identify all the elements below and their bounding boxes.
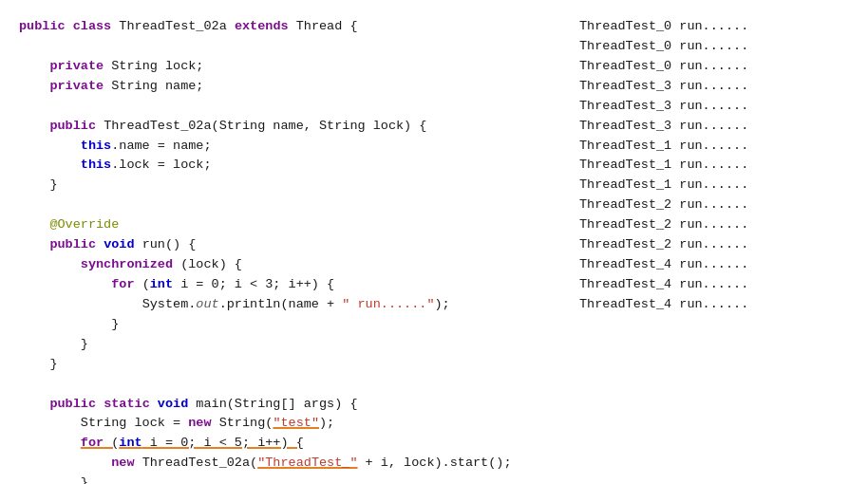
output-line: ThreadTest_0 run...... [579, 57, 849, 77]
code-line: System.out.println(name + " run......"); [19, 295, 551, 315]
code-line: } [19, 176, 551, 195]
code-line: public ThreadTest_02a(String name, Strin… [19, 117, 551, 137]
code-line: } [19, 355, 551, 375]
code-line: this.name = name; [19, 137, 551, 157]
code-line: @Override [19, 215, 551, 235]
output-line: ThreadTest_3 run...... [579, 117, 849, 137]
output-line: ThreadTest_4 run...... [579, 295, 849, 315]
code-line: for (int i = 0; i < 3; i++) { [19, 275, 551, 295]
output-line: ThreadTest_1 run...... [579, 176, 849, 195]
output-line: ThreadTest_3 run...... [579, 97, 849, 117]
code-panel: public class ThreadTest_02a extends Thre… [19, 17, 570, 484]
output-line: ThreadTest_1 run...... [579, 156, 849, 176]
code-line [19, 195, 551, 215]
code-line: public class ThreadTest_02a extends Thre… [19, 17, 551, 37]
output-line: ThreadTest_3 run...... [579, 77, 849, 97]
code-line [19, 375, 551, 395]
code-line: public static void main(String[] args) { [19, 395, 551, 415]
output-line: ThreadTest_2 run...... [579, 195, 849, 215]
code-line: } [19, 474, 551, 484]
code-line: public void run() { [19, 235, 551, 255]
output-line: ThreadTest_0 run...... [579, 37, 849, 57]
code-line: synchronized (lock) { [19, 255, 551, 275]
code-line: private String lock; [19, 57, 551, 77]
code-line [19, 97, 551, 117]
code-line-highlighted2: for (int i = 0; i < 5; i++) { [19, 434, 551, 454]
code-line [19, 37, 551, 57]
code-line: private String name; [19, 77, 551, 97]
output-line: ThreadTest_0 run...... [579, 17, 849, 37]
output-line: ThreadTest_2 run...... [579, 215, 849, 235]
output-panel: ThreadTest_0 run...... ThreadTest_0 run.… [570, 17, 849, 484]
output-line: ThreadTest_2 run...... [579, 235, 849, 255]
output-line: ThreadTest_4 run...... [579, 255, 849, 275]
code-line-highlighted3: new ThreadTest_02a("ThreadTest_" + i, lo… [19, 454, 551, 474]
code-line: } [19, 335, 551, 355]
code-line-highlighted: String lock = new String("test"); [19, 414, 551, 434]
code-line: this.lock = lock; [19, 156, 551, 176]
code-line: } [19, 315, 551, 335]
output-line: ThreadTest_1 run...... [579, 137, 849, 157]
output-line: ThreadTest_4 run...... [579, 275, 849, 295]
